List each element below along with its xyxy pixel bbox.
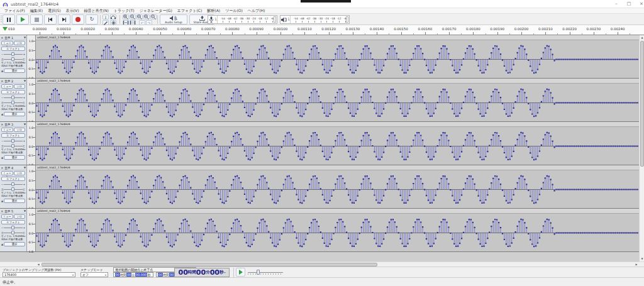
- menu-select[interactable]: 選択(S): [45, 8, 64, 14]
- vertical-scroll-thumb[interactable]: [640, 41, 644, 167]
- scroll-down-icon[interactable]: ▼: [640, 256, 644, 261]
- track-effects-button[interactable]: エフェクト: [1, 220, 25, 224]
- play-at-speed-button[interactable]: [236, 268, 245, 277]
- track-collapse-button[interactable]: ▲: [1, 69, 3, 72]
- track-gain-slider[interactable]: −+: [0, 95, 26, 100]
- track-select-button[interactable]: 選択: [4, 69, 25, 73]
- track-menu-chevron-icon[interactable]: ▼: [24, 123, 26, 126]
- track-pan-slider[interactable]: 左右: [0, 143, 26, 148]
- track-solo-button[interactable]: ソロ: [14, 171, 26, 175]
- horizontal-scrollbar[interactable]: ◀ ▶: [0, 261, 644, 267]
- track-name[interactable]: 音声 2: [4, 79, 24, 83]
- track-select-button[interactable]: 選択: [4, 199, 25, 203]
- track-pan-slider[interactable]: 左右: [0, 100, 26, 105]
- clip-header[interactable]: usbtest_real2_1764Hz4: [36, 35, 644, 40]
- track-menu-chevron-icon[interactable]: ▼: [24, 166, 26, 169]
- pause-button[interactable]: [3, 14, 15, 25]
- track-pan-slider[interactable]: 左右: [0, 230, 26, 235]
- track-clip[interactable]: usbtest_real2_1764Hz4: [36, 209, 644, 251]
- loop-button[interactable]: ↻: [86, 14, 98, 25]
- track-menu-chevron-icon[interactable]: ▼: [24, 36, 26, 39]
- track-select-button[interactable]: 選択: [4, 112, 25, 116]
- zoom-toggle-button[interactable]: [150, 14, 157, 19]
- track-solo-button[interactable]: ソロ: [14, 41, 26, 45]
- menu-effect[interactable]: エフェクト(C): [175, 8, 205, 14]
- timeline-pin-icon[interactable]: [3, 27, 8, 31]
- selection-start-field[interactable]: 00時間00分00.000秒: [113, 272, 153, 277]
- redo-button[interactable]: ↷: [146, 20, 152, 25]
- track-select-button[interactable]: 選択: [4, 155, 25, 160]
- silence-audio-button[interactable]: [130, 20, 136, 25]
- zoom-in-button[interactable]: [123, 14, 129, 19]
- track-mute-button[interactable]: ミュート: [1, 84, 13, 89]
- undo-button[interactable]: ↶: [139, 20, 145, 25]
- track-mute-button[interactable]: ミュート: [1, 41, 13, 45]
- track-clip[interactable]: usbtest_real2_1764Hz4: [36, 165, 644, 208]
- track-gain-slider[interactable]: −+: [0, 52, 26, 57]
- skip-to-end-button[interactable]: [58, 14, 70, 25]
- menu-transport[interactable]: 録音と再生(N): [81, 8, 111, 14]
- sample-rate-combo[interactable]: 176400▾: [3, 272, 75, 277]
- stop-button[interactable]: [30, 14, 43, 25]
- track-effects-button[interactable]: エフェクト: [1, 177, 25, 181]
- track-pan-slider[interactable]: 左右: [0, 187, 26, 192]
- play-button[interactable]: [16, 14, 29, 25]
- draw-tool-button[interactable]: [103, 20, 109, 25]
- track-clip[interactable]: usbtest_real2_1764Hz4: [36, 79, 644, 121]
- snap-mode-combo[interactable]: オフ▾: [80, 272, 108, 277]
- waveform-display[interactable]: [36, 40, 644, 78]
- track-mute-button[interactable]: ミュート: [1, 171, 13, 175]
- scroll-up-icon[interactable]: ▲: [640, 35, 644, 40]
- audio-position-display[interactable]: 00時間00分00秒▾: [174, 268, 230, 277]
- track-mute-button[interactable]: ミュート: [1, 128, 13, 132]
- envelope-tool-button[interactable]: [110, 14, 116, 19]
- menu-tracks[interactable]: トラック(T): [111, 8, 137, 14]
- clip-header[interactable]: usbtest_real2_1764Hz4: [36, 122, 644, 127]
- track-collapse-button[interactable]: ▲: [1, 243, 3, 246]
- menu-analyze[interactable]: 解析(A): [204, 8, 223, 14]
- track-menu-chevron-icon[interactable]: ▼: [24, 79, 26, 82]
- vertical-scrollbar[interactable]: ▲ ▼: [639, 35, 644, 261]
- zoom-to-selection-button[interactable]: [136, 14, 143, 19]
- track-name[interactable]: 音声 4: [4, 166, 24, 170]
- menu-view[interactable]: 表示(V): [64, 8, 82, 14]
- multi-tool-button[interactable]: [110, 20, 116, 25]
- track-gain-slider[interactable]: −+: [0, 182, 26, 187]
- menu-generate[interactable]: ジェネレーター(G): [137, 8, 175, 14]
- recording-meter[interactable]: LR -54-48-42-36-30-24-18-12-6: [208, 15, 277, 24]
- track-clip[interactable]: usbtest_real2_1764Hz4: [36, 35, 644, 78]
- menu-help[interactable]: ヘルプ(H): [245, 8, 268, 14]
- track-name[interactable]: 音声 3: [4, 123, 24, 126]
- track-solo-button[interactable]: ソロ: [14, 84, 26, 89]
- track-gain-slider[interactable]: −+: [0, 225, 26, 230]
- track-effects-button[interactable]: エフェクト: [1, 47, 25, 51]
- clip-header[interactable]: usbtest_real2_1764Hz4: [36, 209, 644, 214]
- track-effects-button[interactable]: エフェクト: [1, 133, 25, 138]
- close-button[interactable]: ×: [636, 1, 644, 8]
- timeline-ruler[interactable]: 010 0.000000.000100.000200.000300.000400…: [0, 25, 644, 35]
- track-menu-chevron-icon[interactable]: ▼: [24, 209, 26, 212]
- menu-edit[interactable]: 編集(E): [28, 8, 45, 14]
- selection-tool-button[interactable]: I: [103, 14, 109, 19]
- waveform-display[interactable]: [36, 84, 644, 121]
- waveform-display[interactable]: [36, 127, 644, 165]
- waveform-display[interactable]: [36, 214, 644, 251]
- waveform-display[interactable]: [36, 170, 644, 208]
- track-mute-button[interactable]: ミュート: [1, 214, 13, 219]
- track-collapse-button[interactable]: ▲: [1, 113, 3, 116]
- track-select-button[interactable]: 選択: [4, 242, 25, 246]
- minimize-button[interactable]: –: [611, 1, 621, 8]
- track-effects-button[interactable]: エフェクト: [1, 90, 25, 94]
- menu-file[interactable]: ファイル(F): [2, 8, 28, 14]
- trim-audio-button[interactable]: [123, 20, 129, 25]
- track-collapse-button[interactable]: ▲: [1, 199, 3, 202]
- clip-header[interactable]: usbtest_real2_1764Hz4: [36, 165, 644, 170]
- zoom-fit-project-button[interactable]: [143, 14, 150, 19]
- track-name[interactable]: 音声 5: [4, 209, 24, 213]
- track-collapse-button[interactable]: ▲: [1, 156, 3, 159]
- skip-to-start-button[interactable]: [44, 14, 57, 25]
- track-solo-button[interactable]: ソロ: [14, 214, 26, 219]
- track-gain-slider[interactable]: −+: [0, 138, 26, 143]
- zoom-out-button[interactable]: [130, 14, 136, 19]
- track-name[interactable]: 音声 1: [4, 36, 24, 40]
